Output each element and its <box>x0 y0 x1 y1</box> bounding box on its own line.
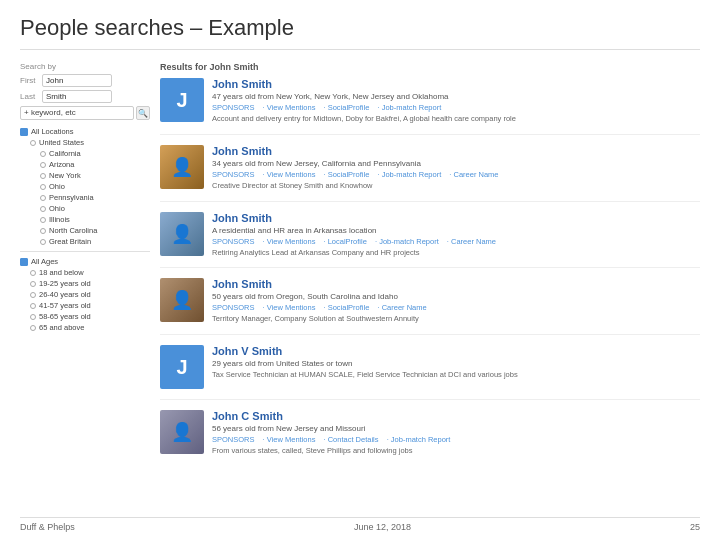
filter-ohio[interactable]: Ohio <box>30 181 150 192</box>
footer-company: Duff & Phelps <box>20 522 75 532</box>
sponsors-link-1[interactable]: SPONSORS <box>212 103 255 112</box>
age-26-40-radio[interactable] <box>30 292 36 298</box>
contact-details-link-6[interactable]: · Contact Details <box>324 435 379 444</box>
age-65above-radio[interactable] <box>30 325 36 331</box>
result-name-1[interactable]: John Smith <box>212 78 700 90</box>
filter-united-states[interactable]: United States <box>30 137 150 148</box>
all-locations-checkbox[interactable] <box>20 128 28 136</box>
filter-new-york[interactable]: New York <box>30 170 150 181</box>
pennsylvania-radio[interactable] <box>40 195 46 201</box>
filter-age-41-57[interactable]: 41-57 years old <box>30 300 150 311</box>
last-name-field: Last Smith <box>20 90 150 103</box>
ohio2-radio[interactable] <box>40 206 46 212</box>
results-header: Results for John Smith <box>160 62 700 72</box>
sponsors-link-3[interactable]: SPONSORS <box>212 237 255 246</box>
result-card-4: 👤 John Smith 50 years old from Oregon, S… <box>160 278 700 335</box>
keyword-search-row: + keyword, etc 🔍 <box>20 106 150 120</box>
local-profile-link-3[interactable]: · LocalProfile <box>324 237 367 246</box>
result-card-5: J John V Smith 29 years old from United … <box>160 345 700 400</box>
career-name-link-3[interactable]: · Career Name <box>447 237 496 246</box>
arizona-radio[interactable] <box>40 162 46 168</box>
content-area: Search by First John Last Smith + keywor… <box>20 62 700 497</box>
results-query-label: Results for <box>160 62 207 72</box>
age-19-25-radio[interactable] <box>30 281 36 287</box>
avatar-3: 👤 <box>160 212 204 256</box>
united-states-radio[interactable] <box>30 140 36 146</box>
job-match-link-2[interactable]: · Job-match Report <box>377 170 441 179</box>
last-name-input[interactable]: Smith <box>42 90 112 103</box>
illinois-radio[interactable] <box>40 217 46 223</box>
filter-ohio2[interactable]: Ohio <box>30 203 150 214</box>
result-links-4: SPONSORS · View Mentions · SocialProfile… <box>212 303 700 312</box>
result-name-3[interactable]: John Smith <box>212 212 700 224</box>
social-profile-link-2[interactable]: · SocialProfile <box>324 170 370 179</box>
result-name-4[interactable]: John Smith <box>212 278 700 290</box>
filter-age-58-65[interactable]: 58-65 years old <box>30 311 150 322</box>
all-locations-filter[interactable]: All Locations <box>20 126 150 137</box>
result-info-4: John Smith 50 years old from Oregon, Sou… <box>212 278 700 324</box>
filter-age-18below[interactable]: 18 and below <box>30 267 150 278</box>
sponsors-link-2[interactable]: SPONSORS <box>212 170 255 179</box>
filter-age-26-40[interactable]: 26-40 years old <box>30 289 150 300</box>
age-58-65-radio[interactable] <box>30 314 36 320</box>
sponsors-link-6[interactable]: SPONSORS <box>212 435 255 444</box>
filter-age-65above[interactable]: 65 and above <box>30 322 150 333</box>
job-match-link-3[interactable]: · Job-match Report <box>375 237 439 246</box>
great-britain-label: Great Britain <box>49 237 91 246</box>
result-location-1: 47 years old from New York, New York, Ne… <box>212 92 700 101</box>
view-mentions-link-3[interactable]: · View Mentions <box>263 237 316 246</box>
great-britain-radio[interactable] <box>40 239 46 245</box>
california-radio[interactable] <box>40 151 46 157</box>
avatar-6: 👤 <box>160 410 204 454</box>
filter-california[interactable]: California <box>30 148 150 159</box>
view-mentions-link-1[interactable]: · View Mentions <box>263 103 316 112</box>
pennsylvania-label: Pennsylvania <box>49 193 94 202</box>
job-match-link-6[interactable]: · Job-match Report <box>387 435 451 444</box>
social-profile-link-1[interactable]: · SocialProfile <box>324 103 370 112</box>
result-card-1: J John Smith 47 years old from New York,… <box>160 78 700 135</box>
result-name-6[interactable]: John C Smith <box>212 410 700 422</box>
all-ages-checkbox[interactable] <box>20 258 28 266</box>
footer-date: June 12, 2018 <box>354 522 411 532</box>
age-26-40-label: 26-40 years old <box>39 290 91 299</box>
ohio-radio[interactable] <box>40 184 46 190</box>
view-mentions-link-2[interactable]: · View Mentions <box>263 170 316 179</box>
california-label: California <box>49 149 81 158</box>
new-york-radio[interactable] <box>40 173 46 179</box>
career-name-link-4[interactable]: · Career Name <box>377 303 426 312</box>
age-ranges-list: 18 and below 19-25 years old 26-40 years… <box>20 267 150 333</box>
north-carolina-radio[interactable] <box>40 228 46 234</box>
result-info-2: John Smith 34 years old from New Jersey,… <box>212 145 700 191</box>
search-button[interactable]: 🔍 <box>136 106 150 120</box>
job-match-link-1[interactable]: · Job-match Report <box>377 103 441 112</box>
first-name-input[interactable]: John <box>42 74 112 87</box>
sponsors-link-4[interactable]: SPONSORS <box>212 303 255 312</box>
filter-pennsylvania[interactable]: Pennsylvania <box>30 192 150 203</box>
search-section: Search by First John Last Smith + keywor… <box>20 62 150 120</box>
result-name-5[interactable]: John V Smith <box>212 345 700 357</box>
filter-great-britain[interactable]: Great Britain <box>30 236 150 247</box>
footer: Duff & Phelps June 12, 2018 25 <box>20 517 700 532</box>
career-name-link-2[interactable]: · Career Name <box>449 170 498 179</box>
result-info-5: John V Smith 29 years old from United St… <box>212 345 700 389</box>
result-location-6: 56 years old from New Jersey and Missour… <box>212 424 700 433</box>
all-ages-filter[interactable]: All Ages <box>20 256 150 267</box>
avatar-4: 👤 <box>160 278 204 322</box>
keyword-input[interactable]: + keyword, etc <box>20 106 134 120</box>
result-desc-3: Retiring Analytics Lead at Arkansas Comp… <box>212 248 700 258</box>
result-card-2: 👤 John Smith 34 years old from New Jerse… <box>160 145 700 202</box>
new-york-label: New York <box>49 171 81 180</box>
result-name-2[interactable]: John Smith <box>212 145 700 157</box>
filter-age-19-25[interactable]: 19-25 years old <box>30 278 150 289</box>
avatar-photo-3: 👤 <box>160 212 204 256</box>
filter-illinois[interactable]: Illinois <box>30 214 150 225</box>
age-18below-radio[interactable] <box>30 270 36 276</box>
filter-arizona[interactable]: Arizona <box>30 159 150 170</box>
all-ages-label: All Ages <box>31 257 58 266</box>
social-profile-link-4[interactable]: · SocialProfile <box>324 303 370 312</box>
view-mentions-link-6[interactable]: · View Mentions <box>263 435 316 444</box>
view-mentions-link-4[interactable]: · View Mentions <box>263 303 316 312</box>
age-41-57-radio[interactable] <box>30 303 36 309</box>
filter-north-carolina[interactable]: North Carolina <box>30 225 150 236</box>
illinois-label: Illinois <box>49 215 70 224</box>
